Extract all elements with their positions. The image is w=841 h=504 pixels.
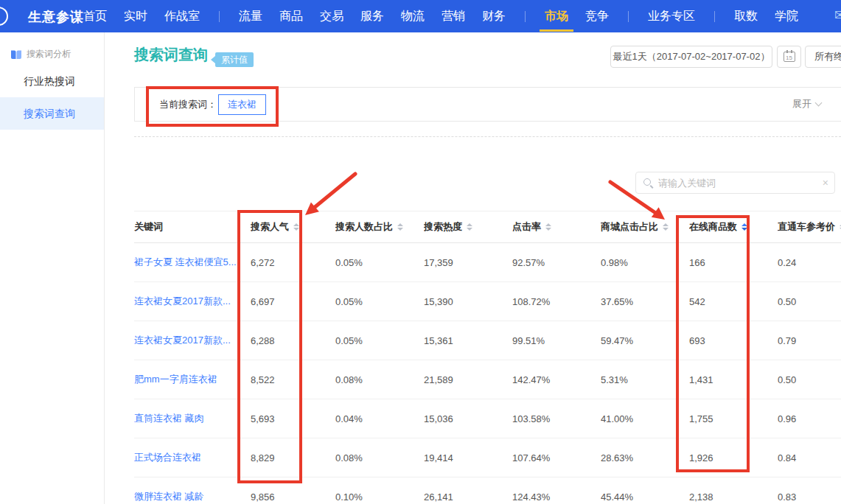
- date-range-selector[interactable]: 最近1天（2017-07-02~2017-07-02）: [610, 46, 772, 68]
- column-label: 关键词: [134, 220, 163, 234]
- cell-search-heat: 26,141: [424, 491, 512, 503]
- cell-searcher-ratio: 0.05%: [335, 296, 424, 307]
- nav-item-business-zone[interactable]: 业务专区: [648, 0, 695, 32]
- column-label: 搜索热度: [424, 220, 462, 234]
- cell-searcher-ratio: 0.05%: [335, 335, 424, 346]
- dashed-separator: [134, 136, 841, 137]
- search-terms-table: 关键词搜索人气搜索人数占比搜索热度点击率商城点击占比在线商品数直通车参考价 裙子…: [134, 211, 841, 504]
- table-body: 裙子女夏 连衣裙便宜5...6,2720.05%17,35992.57%0.98…: [134, 243, 841, 504]
- nav-menu: 首页实时作战室流量商品交易服务物流营销财务市场竞争业务专区取数学院: [83, 0, 815, 32]
- cell-ztc-ref-price: 0.50: [778, 296, 841, 307]
- cell-ztc-ref-price: 0.83: [778, 491, 841, 503]
- cell-searcher-ratio: 0.08%: [335, 452, 424, 463]
- top-nav: 生意参谋 首页实时作战室流量商品交易服务物流营销财务市场竞争业务专区取数学院 ✉: [0, 0, 841, 32]
- nav-item-finance[interactable]: 财务: [482, 0, 506, 32]
- cell-search-popularity: 6,272: [251, 257, 335, 268]
- nav-item-marketing[interactable]: 营销: [442, 0, 465, 32]
- cell-ctr: 124.43%: [512, 491, 601, 503]
- sidebar-section-label: 搜索词分析: [27, 48, 71, 60]
- cell-mall-click-ratio: 37.65%: [601, 296, 689, 307]
- report-book-icon: [10, 49, 22, 60]
- chevron-down-icon: [815, 99, 823, 107]
- cell-ctr: 103.58%: [512, 413, 601, 424]
- cell-online-products: 166: [689, 257, 778, 268]
- nav-divider: [525, 11, 526, 22]
- nav-item-academy[interactable]: 学院: [775, 0, 798, 32]
- sidebar-section-search-analysis: 搜索词分析: [10, 48, 104, 60]
- clear-icon[interactable]: ×: [823, 177, 828, 189]
- cell-online-products: 693: [689, 335, 778, 346]
- cell-ztc-ref-price: 0.50: [778, 374, 841, 385]
- nav-item-service[interactable]: 服务: [360, 0, 384, 32]
- column-label: 在线商品数: [689, 220, 737, 234]
- column-header-ctr[interactable]: 点击率: [512, 220, 601, 234]
- keyword-link[interactable]: 肥mm一字肩连衣裙: [134, 373, 251, 386]
- sort-icon: [467, 223, 472, 231]
- keyword-link[interactable]: 正式场合连衣裙: [134, 451, 251, 464]
- sort-icon: [293, 223, 299, 231]
- terminal-selector[interactable]: 所有终端: [805, 46, 841, 68]
- sort-icon: [397, 223, 403, 231]
- cell-mall-click-ratio: 59.47%: [601, 335, 689, 346]
- cell-ctr: 108.72%: [512, 296, 601, 307]
- cell-ztc-ref-price: 0.84: [778, 452, 841, 463]
- column-label: 商城点击占比: [601, 220, 658, 234]
- search-icon: [643, 178, 653, 188]
- column-header-search-popularity[interactable]: 搜索人气: [251, 220, 335, 234]
- cell-search-heat: 19,414: [424, 452, 512, 463]
- sidebar-item-industry-hot-words[interactable]: 行业热搜词: [0, 65, 104, 97]
- column-header-online-products[interactable]: 在线商品数: [689, 220, 778, 234]
- cell-searcher-ratio: 0.04%: [335, 413, 424, 424]
- keyword-link[interactable]: 裙子女夏 连衣裙便宜5...: [134, 256, 251, 269]
- column-header-searcher-ratio[interactable]: 搜索人数占比: [335, 220, 424, 234]
- calendar-icon: 15: [784, 52, 795, 62]
- sort-icon: [663, 223, 669, 231]
- nav-item-trade[interactable]: 交易: [320, 0, 343, 32]
- nav-item-product[interactable]: 商品: [279, 0, 303, 32]
- cell-search-heat: 15,036: [424, 413, 512, 424]
- mail-icon[interactable]: ✉: [834, 7, 841, 24]
- page-title: 搜索词查询: [134, 45, 208, 65]
- cell-searcher-ratio: 0.05%: [335, 257, 424, 268]
- keyword-link[interactable]: 连衣裙女夏2017新款...: [134, 295, 251, 308]
- keyword-link[interactable]: 连衣裙女夏2017新款...: [134, 334, 251, 347]
- table-row: 直筒连衣裙 藏肉5,6930.04%15,036103.58%41.00%1,7…: [134, 399, 841, 438]
- cell-ctr: 99.51%: [512, 335, 601, 346]
- nav-item-war-room[interactable]: 作战室: [164, 0, 200, 32]
- table-row: 微胖连衣裙 减龄9,8560.10%26,141124.43%45.44%2,1…: [134, 477, 841, 504]
- table-row: 肥mm一字肩连衣裙8,5220.08%21,589142.47%5.31%1,4…: [134, 360, 841, 399]
- keyword-link[interactable]: 微胖连衣裙 减龄: [134, 490, 251, 503]
- nav-item-market[interactable]: 市场: [545, 0, 568, 32]
- cell-search-popularity: 8,829: [251, 452, 335, 463]
- cell-searcher-ratio: 0.08%: [335, 374, 424, 385]
- cell-mall-click-ratio: 0.98%: [601, 257, 689, 268]
- cell-ctr: 142.47%: [512, 374, 601, 385]
- calendar-button[interactable]: 15: [777, 46, 801, 68]
- nav-item-data-extract[interactable]: 取数: [734, 0, 758, 32]
- nav-item-home[interactable]: 首页: [83, 0, 107, 32]
- cell-ztc-ref-price: 0.96: [778, 413, 841, 424]
- search-input[interactable]: [658, 178, 823, 189]
- column-header-ztc-ref-price[interactable]: 直通车参考价: [778, 220, 841, 234]
- column-header-keyword: 关键词: [134, 220, 251, 234]
- nav-item-competition[interactable]: 竞争: [585, 0, 609, 32]
- sidebar: 搜索词分析 行业热搜词搜索词查询: [0, 32, 105, 504]
- keyword-tag[interactable]: 连衣裙: [218, 94, 266, 115]
- app-logo-text: 生意参谋: [28, 8, 84, 26]
- column-header-mall-click-ratio[interactable]: 商城点击占比: [601, 220, 689, 234]
- cell-ctr: 92.57%: [512, 257, 601, 268]
- nav-item-traffic[interactable]: 流量: [239, 0, 262, 32]
- column-label: 搜索人气: [251, 220, 289, 234]
- column-label: 直通车参考价: [778, 220, 835, 234]
- cell-online-products: 1,755: [689, 413, 778, 424]
- nav-item-logistics[interactable]: 物流: [401, 0, 425, 32]
- column-header-search-heat[interactable]: 搜索热度: [424, 220, 512, 234]
- nav-divider: [714, 11, 715, 22]
- expand-link[interactable]: 展开: [792, 97, 821, 111]
- keyword-link[interactable]: 直筒连衣裙 藏肉: [134, 412, 251, 425]
- sidebar-item-search-word-query[interactable]: 搜索词查询: [0, 97, 104, 130]
- column-label: 点击率: [512, 220, 541, 234]
- app-logo: 生意参谋: [0, 0, 83, 32]
- nav-item-realtime[interactable]: 实时: [124, 0, 147, 32]
- cell-search-popularity: 9,856: [251, 491, 335, 503]
